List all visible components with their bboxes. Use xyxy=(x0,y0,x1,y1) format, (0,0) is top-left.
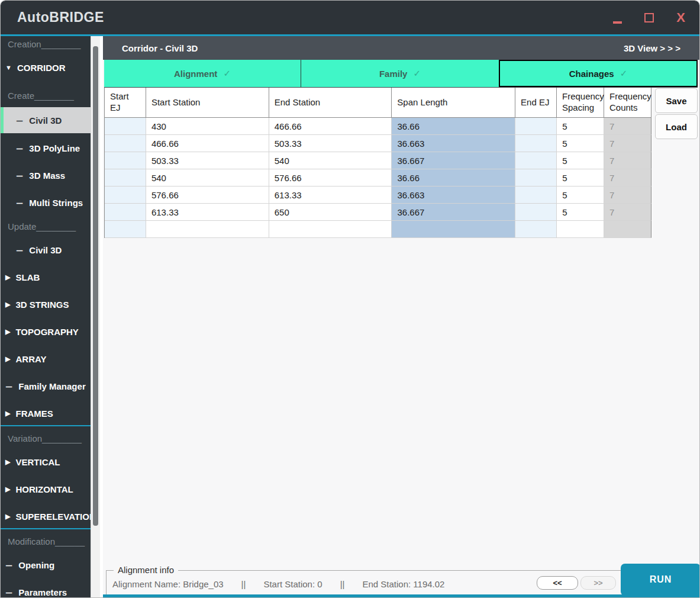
cell-frequency-spacing[interactable] xyxy=(557,221,604,238)
cell-end-ej[interactable] xyxy=(515,187,557,204)
cell-end-station[interactable]: 613.33 xyxy=(269,187,392,204)
cell-frequency-spacing[interactable]: 5 xyxy=(557,187,604,204)
tab-chainages[interactable]: Chainages ✓ xyxy=(499,60,698,87)
cell-start-ej[interactable] xyxy=(105,152,146,169)
cell-start-station[interactable]: 540 xyxy=(146,169,269,187)
cell-frequency-counts: 7 xyxy=(604,152,651,169)
cell-end-ej[interactable] xyxy=(515,152,557,169)
cell-end-station[interactable]: 503.33 xyxy=(269,135,392,152)
triangle-right-icon: ▶ xyxy=(5,410,10,417)
dash-icon: – xyxy=(16,143,23,153)
cell-start-ej[interactable] xyxy=(105,135,146,152)
cell-end-ej[interactable] xyxy=(515,221,557,238)
dash-icon: – xyxy=(16,198,23,208)
sidebar-item-topography[interactable]: ▶TOPOGRAPHY xyxy=(1,325,91,338)
close-icon[interactable]: X xyxy=(676,11,685,24)
cell-end-ej[interactable] xyxy=(515,204,557,221)
dash-icon: – xyxy=(16,245,23,255)
cell-span-length[interactable] xyxy=(392,221,515,238)
col-header-frequency-spacing: Frequency Spacing xyxy=(557,88,604,117)
cell-end-station[interactable] xyxy=(269,221,392,238)
load-button[interactable]: Load xyxy=(655,114,698,139)
dash-icon: – xyxy=(5,381,12,391)
cell-frequency-spacing[interactable]: 5 xyxy=(557,152,604,169)
cell-frequency-spacing[interactable]: 5 xyxy=(557,135,604,152)
sidebar-item-slab[interactable]: ▶SLAB xyxy=(1,271,91,284)
cell-start-ej[interactable] xyxy=(105,187,146,204)
dash-icon: – xyxy=(16,171,23,181)
sidebar-item-corridor[interactable]: ▼CORRIDOR xyxy=(1,61,91,74)
alignment-name-value: Alignment Name: Bridge_03 xyxy=(112,579,224,589)
sidebar: Creation________ ▼CORRIDOR Create_______… xyxy=(1,36,91,598)
cell-start-station[interactable]: 613.33 xyxy=(146,204,269,221)
cell-frequency-spacing[interactable]: 5 xyxy=(557,118,604,135)
dash-icon: – xyxy=(5,587,12,597)
cell-frequency-spacing[interactable]: 5 xyxy=(557,204,604,221)
table-row: 540 576.66 36.66 5 7 xyxy=(105,169,651,187)
cell-start-station[interactable]: 430 xyxy=(146,118,269,135)
triangle-right-icon: ▶ xyxy=(5,328,10,336)
scrollbar-thumb[interactable] xyxy=(93,46,98,526)
cell-start-station[interactable]: 576.66 xyxy=(146,187,269,204)
sidebar-item-opening[interactable]: –Opening xyxy=(1,558,91,571)
alignment-info-row: Alignment Name: Bridge_03 || Start Stati… xyxy=(112,579,444,589)
triangle-right-icon: ▶ xyxy=(5,486,10,493)
table-side-buttons: Save Load xyxy=(655,88,698,139)
sidebar-item-frames[interactable]: ▶FRAMES xyxy=(1,407,91,420)
table-row-empty xyxy=(105,221,651,238)
run-button[interactable]: RUN xyxy=(621,564,699,596)
cell-span-length[interactable]: 36.66 xyxy=(392,118,515,135)
tab-alignment[interactable]: Alignment ✓ xyxy=(104,60,301,87)
previous-button[interactable]: << xyxy=(537,576,578,590)
cell-frequency-counts: 7 xyxy=(604,204,651,221)
table-row: 430 466.66 36.66 5 7 xyxy=(105,118,651,135)
sidebar-item-parameters[interactable]: –Parameters xyxy=(1,586,91,598)
cell-end-ej[interactable] xyxy=(515,135,557,152)
cell-span-length[interactable]: 36.667 xyxy=(392,152,515,169)
cell-start-station[interactable]: 503.33 xyxy=(146,152,269,169)
cell-end-ej[interactable] xyxy=(515,169,557,187)
cell-frequency-counts: 7 xyxy=(604,169,651,187)
sidebar-item-civil-3d-update[interactable]: –Civil 3D xyxy=(1,243,91,256)
check-icon: ✓ xyxy=(413,68,421,79)
cell-start-station[interactable]: 466.66 xyxy=(146,135,269,152)
check-icon: ✓ xyxy=(223,68,231,79)
cell-end-station[interactable]: 466.66 xyxy=(269,118,392,135)
cell-start-ej[interactable] xyxy=(105,221,146,238)
sidebar-item-multi-strings[interactable]: –Multi Strings xyxy=(1,196,91,209)
cell-span-length[interactable]: 36.663 xyxy=(392,187,515,204)
sidebar-item-superelevation[interactable]: ▶SUPERELEVATION xyxy=(1,510,91,523)
sidebar-item-horizontal[interactable]: ▶HORIZONTAL xyxy=(1,483,91,496)
tab-family[interactable]: Family ✓ xyxy=(301,60,499,87)
cell-end-station[interactable]: 576.66 xyxy=(269,169,392,187)
cell-span-length[interactable]: 36.663 xyxy=(392,135,515,152)
cell-frequency-counts xyxy=(604,221,651,238)
sidebar-item-family-manager[interactable]: –Family Manager xyxy=(1,380,91,393)
maximize-icon[interactable] xyxy=(644,13,654,22)
section-label-update: Update________ xyxy=(1,220,91,233)
minimize-icon[interactable] xyxy=(613,21,622,24)
sidebar-item-array[interactable]: ▶ARRAY xyxy=(1,352,91,365)
window-controls: X xyxy=(613,11,685,24)
next-button[interactable]: >> xyxy=(580,576,616,590)
cell-end-station[interactable]: 540 xyxy=(269,152,392,169)
sidebar-item-3d-strings[interactable]: ▶3D STRINGS xyxy=(1,298,91,311)
sidebar-item-vertical[interactable]: ▶VERTICAL xyxy=(1,455,91,468)
cell-start-ej[interactable] xyxy=(105,169,146,187)
sidebar-item-3d-mass[interactable]: –3D Mass xyxy=(1,169,91,182)
cell-end-ej[interactable] xyxy=(515,118,557,135)
cell-start-station[interactable] xyxy=(146,221,269,238)
sidebar-item-3d-polyline[interactable]: –3D PolyLine xyxy=(1,142,91,155)
cell-start-ej[interactable] xyxy=(105,118,146,135)
cell-start-ej[interactable] xyxy=(105,204,146,221)
3d-view-link[interactable]: 3D View > > > xyxy=(624,43,680,53)
table-header-row: Start EJ Start Station End Station Span … xyxy=(105,88,651,118)
sidebar-item-civil-3d-create[interactable]: –Civil 3D xyxy=(1,107,91,133)
cell-end-station[interactable]: 650 xyxy=(269,204,392,221)
cell-span-length[interactable]: 36.66 xyxy=(392,169,515,187)
save-button[interactable]: Save xyxy=(655,88,698,113)
cell-frequency-spacing[interactable]: 5 xyxy=(557,169,604,187)
cell-span-length[interactable]: 36.667 xyxy=(392,204,515,221)
dash-icon: – xyxy=(5,560,12,570)
col-header-start-ej: Start EJ xyxy=(105,88,146,117)
